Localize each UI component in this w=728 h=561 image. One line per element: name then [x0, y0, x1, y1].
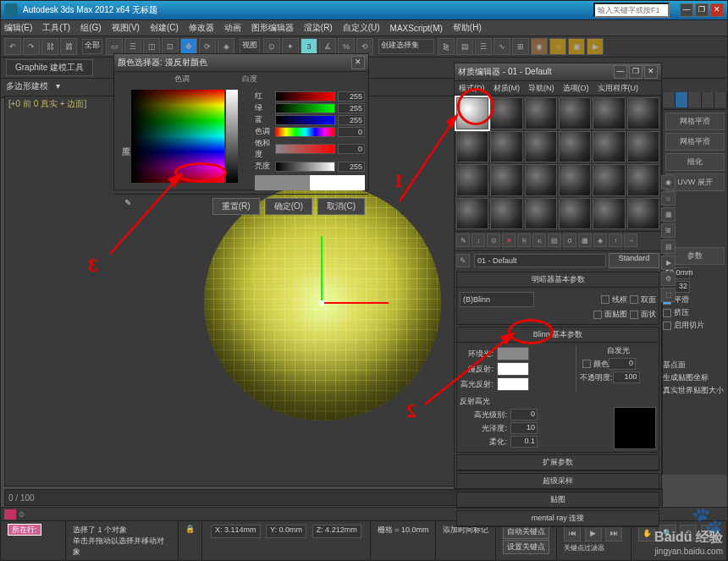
create-tab-icon[interactable] — [663, 92, 676, 107]
mat-close-button[interactable]: ✕ — [644, 65, 658, 79]
z-coord-field[interactable]: Z: 4.212mm — [312, 525, 361, 538]
select-by-mat-icon[interactable]: ⬚ — [661, 288, 676, 302]
color-picker-titlebar[interactable]: 颜色选择器: 漫反射颜色 ✕ — [114, 54, 368, 72]
redo-button[interactable]: ↷ — [23, 38, 40, 55]
menu-create[interactable]: 创建(C) — [150, 22, 179, 34]
hierarchy-tab-icon[interactable] — [688, 92, 701, 107]
menu-tools[interactable]: 工具(T) — [42, 22, 70, 34]
menu-edit[interactable]: 编辑(E) — [4, 22, 32, 34]
make-copy-icon[interactable]: ⎘ — [517, 234, 531, 247]
move-button[interactable]: ✥ — [180, 38, 197, 55]
v-value[interactable]: 255 — [338, 162, 365, 172]
material-slot[interactable] — [490, 164, 522, 196]
mat-menu-options[interactable]: 选项(O) — [563, 83, 589, 94]
reset-button[interactable]: 重置(R) — [212, 198, 260, 215]
maximize-button[interactable]: ❐ — [695, 3, 709, 17]
selection-filter-dropdown[interactable]: 全部 — [82, 39, 102, 54]
material-slot[interactable] — [456, 198, 488, 230]
play-button[interactable]: ▶ — [585, 525, 602, 542]
soften-value[interactable]: 0.1 — [510, 436, 538, 448]
cancel-button[interactable]: 取消(C) — [317, 198, 365, 215]
curve-editor-button[interactable]: ∿ — [494, 38, 510, 55]
put-to-lib-icon[interactable]: ▤ — [548, 234, 561, 247]
ok-button[interactable]: 确定(O) — [265, 198, 312, 215]
s-slider[interactable] — [275, 144, 335, 154]
window-crossing-button[interactable]: ⊡ — [162, 38, 179, 55]
material-slot[interactable] — [490, 198, 522, 230]
ambient-swatch[interactable] — [497, 347, 529, 360]
b-value[interactable]: 255 — [338, 115, 365, 125]
material-slot[interactable] — [525, 164, 557, 196]
pick-material-icon[interactable]: ✎ — [456, 254, 470, 267]
rollout-maps[interactable]: 贴图 — [457, 492, 659, 508]
material-type-button[interactable]: Standard — [609, 253, 659, 268]
mirror-button[interactable]: ⧎ — [438, 38, 455, 55]
speclevel-value[interactable]: 0 — [510, 409, 538, 421]
play-prev-button[interactable]: ⏮ — [564, 525, 581, 542]
material-slot[interactable] — [490, 131, 522, 163]
twosided-checkbox[interactable] — [630, 295, 638, 304]
wire-checkbox[interactable] — [601, 295, 609, 304]
modify-tab-icon[interactable] — [676, 92, 688, 107]
faceted-checkbox[interactable] — [630, 311, 638, 319]
gizmo-x-axis[interactable] — [321, 302, 389, 304]
lock-button[interactable]: 🔒 — [179, 521, 202, 560]
color-picker-close-button[interactable]: ✕ — [351, 56, 365, 69]
menu-modifiers[interactable]: 修改器 — [189, 22, 214, 34]
rotate-button[interactable]: ⟳ — [199, 38, 216, 55]
mat-menu-material[interactable]: 材质(M) — [494, 83, 521, 94]
modifier-item[interactable]: 网格平滑 — [665, 133, 725, 151]
menu-rendering[interactable]: 渲染(R) — [304, 22, 333, 34]
material-slot[interactable] — [627, 131, 659, 163]
h-value[interactable]: 0 — [338, 127, 365, 137]
viewport-label[interactable]: [+0 前 0 真实 + 边面] — [8, 98, 86, 110]
ref-coord-dropdown[interactable]: 视图 — [240, 39, 260, 54]
percent-snap-button[interactable]: % — [338, 38, 355, 55]
y-coord-field[interactable]: Y: 0.0mm — [266, 525, 306, 538]
new-color-swatch[interactable] — [310, 175, 365, 190]
menu-maxscript[interactable]: MAXScript(M) — [390, 24, 443, 33]
menu-group[interactable]: 组(G) — [80, 22, 101, 34]
material-name-field[interactable] — [474, 254, 606, 267]
old-color-swatch[interactable] — [255, 175, 310, 190]
video-check-icon[interactable]: ▤ — [661, 239, 676, 254]
material-slot[interactable] — [627, 198, 659, 230]
mat-menu-util[interactable]: 实用程序(U) — [598, 83, 639, 94]
show-end-icon[interactable]: ◈ — [593, 234, 607, 247]
gloss-value[interactable]: 10 — [510, 422, 538, 434]
setkey-button[interactable]: 设置关键点 — [503, 540, 549, 554]
material-slot[interactable] — [627, 97, 659, 129]
make-unique-icon[interactable]: ⎌ — [532, 234, 546, 247]
material-slot[interactable] — [525, 97, 557, 129]
specular-swatch[interactable] — [497, 377, 529, 391]
go-forward-icon[interactable]: → — [624, 234, 637, 247]
rollout-extended[interactable]: 扩展参数 — [457, 455, 659, 470]
b-slider[interactable] — [275, 115, 335, 125]
selfillum-checkbox[interactable] — [582, 360, 591, 368]
x-coord-field[interactable]: X: 3.114mm — [211, 525, 261, 538]
menu-animation[interactable]: 动画 — [224, 22, 241, 34]
play-next-button[interactable]: ⏭ — [605, 525, 622, 542]
material-slot[interactable] — [593, 131, 625, 163]
nav-pan-button[interactable]: ✋ — [638, 525, 655, 542]
value-slider[interactable] — [226, 90, 238, 183]
scale-button[interactable]: ◈ — [218, 38, 234, 55]
select-region-button[interactable]: ◫ — [143, 38, 160, 55]
mat-id-icon[interactable]: 0 — [563, 234, 576, 247]
material-slot[interactable] — [593, 198, 625, 230]
material-slot[interactable] — [490, 97, 522, 129]
material-slot-1[interactable] — [456, 97, 488, 129]
mat-max-button[interactable]: ❐ — [629, 65, 643, 79]
help-search-input[interactable] — [593, 3, 670, 18]
mat-titlebar[interactable]: 材质编辑器 - 01 - Default — ❐ ✕ — [455, 63, 661, 81]
material-slot[interactable] — [627, 164, 659, 196]
key-filter-button[interactable]: 关键点过滤器 — [564, 543, 624, 553]
material-slot[interactable] — [456, 164, 488, 196]
snap-toggle-button[interactable]: 3 — [301, 38, 317, 55]
blinn-header[interactable]: Blinn 基本参数 — [457, 327, 659, 343]
modifier-item[interactable]: 细化 — [665, 153, 725, 171]
menu-help[interactable]: 帮助(H) — [453, 22, 482, 34]
slice-checkbox[interactable] — [663, 322, 671, 330]
uv-tiling-icon[interactable]: ⊞ — [661, 223, 676, 238]
s-value[interactable]: 0 — [338, 144, 365, 154]
